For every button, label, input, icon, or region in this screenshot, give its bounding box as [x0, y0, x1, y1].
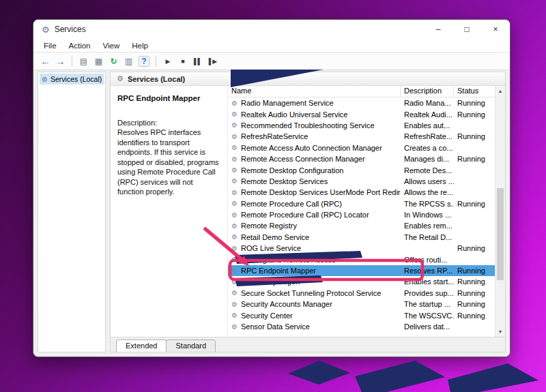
menu-item[interactable]: Action [63, 40, 97, 51]
services-panel: ⚙ Services (Local) RPC Endpoint Mapper D… [110, 72, 506, 352]
service-name-cell: ⚙ Security Accounts Manager [228, 300, 401, 308]
service-description-cell: The WSCSVC... [401, 312, 454, 320]
vertical-scrollbar[interactable]: ▲ ▼ [495, 86, 505, 337]
menu-item[interactable]: View [97, 40, 126, 51]
RefreshRateService[interactable]: ⚙ RefreshRateService RefreshRate... Runn… [228, 131, 495, 142]
help-icon[interactable]: ? [139, 56, 149, 67]
ROG Live Service[interactable]: ⚙ ROG Live Service Running [228, 243, 495, 254]
RPC Endpoint Mapper[interactable]: ⚙ RPC Endpoint Mapper Resolves RP... Run… [228, 265, 495, 276]
menu-item[interactable]: Help [126, 40, 154, 51]
main-area: ⚙ Services (Local) ⚙ Services (Local) RP… [33, 70, 510, 357]
console-tree: ⚙ Services (Local) [38, 72, 106, 352]
table-header: Name Description Status [228, 86, 495, 97]
forward-icon[interactable]: → [54, 55, 67, 67]
services-node-icon: ⚙ [42, 76, 48, 83]
service-description-cell: Realtek Audi... [401, 110, 454, 119]
service-name-cell: ⚙ Secure Socket Tunneling Protocol Servi… [228, 289, 401, 297]
service-name-cell: ⚙ Radio Management Service [228, 99, 401, 107]
desktop-background: ⚙ Services – □ × File Action View Help ← [0, 0, 546, 392]
start-service-icon[interactable]: ▶ [161, 55, 174, 67]
tab-standard[interactable]: Standard [166, 340, 216, 352]
Security Accounts Manager[interactable]: ⚙ Security Accounts Manager The startup … [228, 299, 495, 310]
service-description-cell: The startup ... [401, 300, 454, 308]
service-gear-icon: ⚙ [231, 211, 238, 219]
navy-chevron [448, 363, 538, 392]
service-name-cell: ⚙ Remote Desktop Services UserMode Port … [228, 188, 401, 196]
Secondary Logon[interactable]: ⚙ Secondary Logon Enables start... Runni… [228, 276, 495, 287]
tree-item-services-local[interactable]: ⚙ Services (Local) [40, 74, 104, 85]
titlebar: ⚙ Services – □ × [33, 20, 510, 39]
stop-service-icon[interactable]: ■ [176, 55, 189, 67]
service-description-cell: Creates a co... [401, 144, 454, 152]
column-header-status[interactable]: Status [454, 86, 495, 97]
service-gear-icon: ⚙ [231, 267, 238, 275]
Retail Demo Service[interactable]: ⚙ Retail Demo Service The Retail D... [228, 232, 495, 243]
service-name-cell: ⚙ Recommended Troubleshooting Service [228, 121, 401, 130]
service-status-cell: Running [454, 132, 495, 140]
scroll-down-icon[interactable]: ▼ [495, 327, 505, 337]
pause-service-icon[interactable]: ▌▌ [191, 55, 204, 67]
service-name-cell: ⚙ Secondary Logon [228, 277, 401, 286]
Remote Procedure Call (RPC) Locator[interactable]: ⚙ Remote Procedure Call (RPC) Locator In… [228, 209, 495, 220]
window-title: Services [55, 25, 86, 34]
Secure Socket Tunneling Protocol Service[interactable]: ⚙ Secure Socket Tunneling Protocol Servi… [228, 288, 495, 299]
minimize-button[interactable]: – [424, 20, 452, 39]
service-description-cell: Enables aut... [401, 121, 454, 130]
Remote Desktop Configuration[interactable]: ⚙ Remote Desktop Configuration Remote De… [228, 164, 495, 175]
service-gear-icon: ⚙ [231, 289, 238, 297]
Remote Registry[interactable]: ⚙ Remote Registry Enables rem... [228, 220, 495, 231]
service-name-cell: ⚙ Remote Access Connection Manager [228, 155, 401, 163]
service-description-cell: Manages di... [401, 155, 454, 163]
restart-service-icon[interactable]: ▌▶ [206, 55, 219, 67]
back-icon[interactable]: ← [39, 55, 52, 67]
service-gear-icon: ⚙ [231, 133, 238, 140]
service-gear-icon: ⚙ [231, 166, 238, 174]
service-name: Remote Desktop Services UserMode Port Re… [241, 188, 401, 196]
service-name: Remote Access Connection Manager [241, 155, 365, 163]
Remote Access Auto Connection Manager[interactable]: ⚙ Remote Access Auto Connection Manager … [228, 142, 495, 153]
service-gear-icon: ⚙ [231, 100, 238, 107]
service-description-cell: The RPCSS s... [401, 200, 454, 208]
column-header-description[interactable]: Description [401, 86, 454, 97]
show-console-tree-icon[interactable]: ▤ [77, 55, 90, 67]
service-description-cell: In Windows ... [401, 211, 454, 219]
properties-icon[interactable]: ▦ [92, 55, 105, 67]
export-list-icon[interactable]: ▥ [122, 55, 135, 67]
column-header-name[interactable]: Name [228, 86, 401, 97]
service-name: Remote Procedure Call (RPC) [241, 200, 342, 208]
scrollbar-track[interactable] [495, 96, 505, 327]
Radio Management Service[interactable]: ⚙ Radio Management Service Radio Mana...… [228, 97, 495, 108]
selected-service-name: RPC Endpoint Mapper [117, 94, 220, 102]
navy-chevron [355, 361, 445, 392]
Remote Access Connection Manager[interactable]: ⚙ Remote Access Connection Manager Manag… [228, 153, 495, 164]
close-button[interactable]: × [481, 20, 510, 39]
window-controls: – □ × [424, 20, 510, 39]
scrollbar-thumb[interactable] [497, 188, 504, 280]
Security Center[interactable]: ⚙ Security Center The WSCSVC... Running [228, 310, 495, 320]
Remote Desktop Services[interactable]: ⚙ Remote Desktop Services Allows users .… [228, 176, 495, 187]
maximize-button[interactable]: □ [452, 20, 481, 39]
view-tabs: Extended Standard [111, 337, 505, 352]
service-name-cell: ⚙ Remote Registry [228, 222, 401, 230]
service-status-cell: Running [454, 244, 495, 252]
service-name: RefreshRateService [241, 132, 308, 140]
Remote Procedure Call (RPC)[interactable]: ⚙ Remote Procedure Call (RPC) The RPCSS … [228, 198, 495, 209]
description-label: Description: [117, 119, 220, 127]
service-name: Recommended Troubleshooting Service [241, 121, 375, 130]
service-gear-icon: ⚙ [231, 189, 238, 196]
service-name: Secondary Logon [241, 277, 300, 286]
Recommended Troubleshooting Service[interactable]: ⚙ Recommended Troubleshooting Service En… [228, 120, 495, 131]
service-gear-icon: ⚙ [231, 233, 238, 241]
tab-extended[interactable]: Extended [116, 340, 167, 352]
scroll-up-icon[interactable]: ▲ [495, 86, 505, 96]
Routing and Remote Access[interactable]: ⚙ Routing and Remote Access Offers routi… [228, 254, 495, 265]
service-description-cell: Allows users ... [401, 177, 454, 185]
service-gear-icon: ⚙ [231, 155, 238, 163]
service-description-cell: Provides sup... [401, 289, 454, 297]
refresh-icon[interactable]: ↻ [107, 55, 120, 67]
Sensor Data Service[interactable]: ⚙ Sensor Data Service Delivers dat... [228, 321, 495, 332]
Remote Desktop Services UserMode Port Redirector[interactable]: ⚙ Remote Desktop Services UserMode Port … [228, 187, 495, 198]
menu-item[interactable]: File [38, 40, 63, 51]
Realtek Audio Universal Service[interactable]: ⚙ Realtek Audio Universal Service Realte… [228, 108, 495, 119]
service-name: Security Accounts Manager [241, 300, 332, 308]
